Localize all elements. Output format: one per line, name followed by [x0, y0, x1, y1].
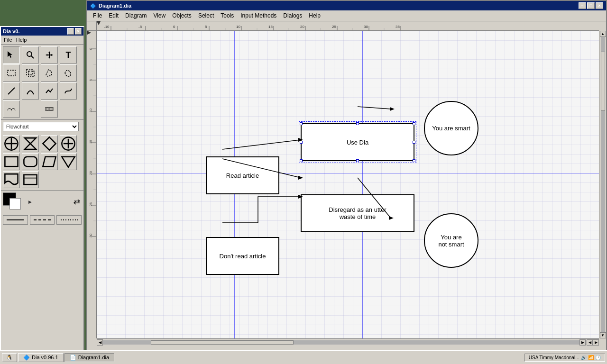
- disregard-shape[interactable]: Disregard as an utter waste of time: [301, 194, 414, 232]
- image-tool-btn[interactable]: [41, 100, 58, 118]
- dont-read-shape[interactable]: Don't read article: [206, 237, 279, 275]
- svg-marker-15: [25, 138, 36, 149]
- free-select-btn[interactable]: [60, 64, 77, 82]
- svg-text:5: 5: [205, 25, 207, 29]
- svg-marker-3: [46, 51, 53, 59]
- toolbox-min-btn[interactable]: _: [67, 28, 74, 35]
- svg-text:10: 10: [236, 25, 240, 29]
- line-styles-section: [1, 213, 83, 227]
- plus-circle-shape-btn[interactable]: [60, 135, 77, 152]
- menu-edit[interactable]: Edit: [106, 11, 121, 20]
- flowchart-shapes-grid: [1, 133, 83, 190]
- read-article-shape[interactable]: Read article: [206, 156, 279, 194]
- main-window: 🔷 Diagram1.dia − □ × File Edit Diagram V…: [86, 0, 607, 364]
- svg-rect-6: [28, 71, 34, 77]
- toolbox-close-btn[interactable]: ×: [75, 28, 82, 35]
- cross-shape-btn[interactable]: [3, 135, 20, 152]
- vertical-ruler: 0 5 10 15 20 25 30: [87, 31, 97, 338]
- toolbox-help-menu[interactable]: Help: [16, 37, 27, 43]
- bg-color-box[interactable]: [9, 198, 21, 209]
- menu-file[interactable]: File: [90, 11, 105, 20]
- rect-shape-btn[interactable]: [3, 153, 20, 170]
- svg-text:25: 25: [89, 202, 92, 206]
- handle-ml[interactable]: [300, 141, 303, 144]
- poly-select-btn[interactable]: [41, 64, 58, 82]
- tray-text: USA Timmy Macdonal...: [529, 355, 579, 360]
- diamond-shape-btn[interactable]: [41, 135, 58, 152]
- maximize-btn[interactable]: □: [587, 2, 595, 9]
- swap-colors-icon[interactable]: [72, 197, 82, 207]
- arc-tool-btn[interactable]: [22, 82, 39, 100]
- rounded-rect-shape-btn[interactable]: [22, 153, 39, 170]
- diagram-canvas[interactable]: Use Dia Read article Disr: [97, 31, 599, 338]
- menu-select[interactable]: Select: [195, 11, 217, 20]
- dotted-line-btn[interactable]: [56, 215, 82, 225]
- rect-select-btn[interactable]: [3, 64, 20, 82]
- scroll-down-btn[interactable]: ▼: [600, 332, 606, 338]
- minimize-btn[interactable]: −: [579, 2, 586, 9]
- vertical-scrollbar[interactable]: ▲ ▼: [599, 31, 606, 338]
- scroll-left-btn[interactable]: ◀: [97, 339, 103, 346]
- window-controls: − □ ×: [579, 2, 603, 9]
- close-btn[interactable]: ×: [596, 2, 603, 9]
- use-dia-shape[interactable]: Use Dia: [301, 123, 414, 161]
- zag-tool-btn[interactable]: [41, 82, 58, 100]
- select-tool-btn[interactable]: [3, 46, 20, 64]
- handle-br[interactable]: [413, 159, 415, 162]
- diagram-task[interactable]: 📄 Diagram1.dia: [64, 353, 114, 362]
- window-icon: 🔷: [90, 3, 96, 9]
- move-tool-btn[interactable]: [41, 46, 58, 64]
- triangle-down-shape-btn[interactable]: [60, 153, 77, 170]
- shape-category-select[interactable]: Flowchart: [3, 122, 79, 131]
- svg-text:10: 10: [89, 109, 92, 112]
- page-scroll-right[interactable]: ▶: [593, 339, 599, 346]
- dia-task-label: Dia v0.96.1: [32, 355, 58, 360]
- page-scroll-left[interactable]: ◀: [587, 339, 593, 346]
- svg-text:0: 0: [173, 25, 175, 29]
- dia-task-icon: 🔷: [23, 355, 30, 361]
- handle-tl[interactable]: [300, 122, 303, 125]
- svg-line-8: [8, 88, 15, 94]
- start-button[interactable]: 🐧: [2, 353, 17, 362]
- handle-mr[interactable]: [413, 141, 415, 144]
- parallelogram-shape-btn[interactable]: [41, 153, 58, 170]
- solid-line-btn[interactable]: [3, 215, 28, 225]
- horizontal-ruler: -10 -5 0 5 10 15 20 25 30 35: [97, 21, 599, 31]
- frame-shape-btn[interactable]: [22, 171, 39, 188]
- you-are-not-smart-shape[interactable]: You are not smart: [424, 213, 478, 268]
- toolbox-controls: _ ×: [67, 28, 82, 35]
- toolbox-file-menu[interactable]: File: [4, 37, 12, 43]
- menu-view[interactable]: View: [150, 11, 168, 20]
- v-scroll-thumb[interactable]: [601, 52, 605, 111]
- bezier-tool-btn[interactable]: [3, 100, 20, 118]
- menu-help[interactable]: Help: [306, 11, 323, 20]
- handle-bm[interactable]: [356, 159, 359, 162]
- you-are-smart-shape[interactable]: You are smart: [424, 101, 478, 155]
- dia-toolbox-task[interactable]: 🔷 Dia v0.96.1: [18, 353, 64, 362]
- menu-dialogs[interactable]: Dialogs: [280, 11, 305, 20]
- scroll-right-btn[interactable]: ▶: [579, 339, 586, 346]
- zoom-select-btn[interactable]: [22, 64, 39, 82]
- handle-tm[interactable]: [356, 122, 359, 125]
- line-tool-btn[interactable]: [3, 82, 20, 100]
- svg-rect-5: [27, 69, 32, 75]
- handle-bl[interactable]: [300, 159, 303, 162]
- you-are-not-smart-label: You are not smart: [438, 234, 464, 248]
- menu-objects[interactable]: Objects: [169, 11, 194, 20]
- menu-diagram[interactable]: Diagram: [122, 11, 149, 20]
- zoom-tool-btn[interactable]: [22, 46, 39, 64]
- toolbox-window: Dia v0. _ × File Help T: [0, 26, 84, 363]
- curve-tool-btn[interactable]: [60, 82, 77, 100]
- horizontal-scrollbar[interactable]: ◀ ▶ ◀ ▶: [97, 338, 599, 346]
- h-scroll-thumb[interactable]: [151, 340, 294, 345]
- menu-tools[interactable]: Tools: [218, 11, 237, 20]
- document-shape-btn[interactable]: [3, 171, 20, 188]
- menu-input-methods[interactable]: Input Methods: [238, 11, 279, 20]
- text-tool-btn[interactable]: T: [60, 46, 77, 64]
- tools-grid: T: [1, 45, 83, 119]
- hourglass-shape-btn[interactable]: [22, 135, 39, 152]
- dashed-line-btn[interactable]: [30, 215, 55, 225]
- handle-tr[interactable]: [413, 122, 415, 125]
- scroll-up-btn[interactable]: ▲: [600, 31, 606, 37]
- ruler-corner: [87, 21, 97, 31]
